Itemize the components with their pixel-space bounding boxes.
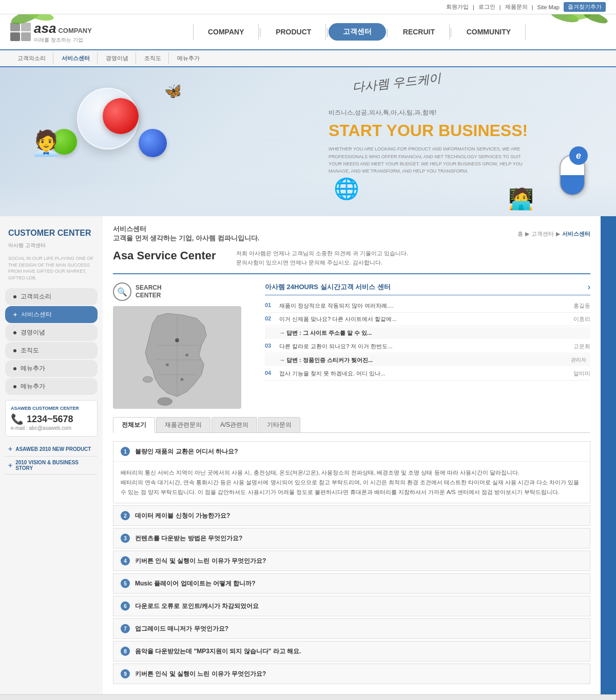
sidebar-item-6[interactable]: 메뉴추가 xyxy=(5,378,98,395)
svg-point-12 xyxy=(185,354,188,357)
faq-side-item-2: 02 이거 신제품 맞나요? 다른 사이트에서 할같에... 이효리 xyxy=(265,313,590,326)
faq-list-header-5[interactable]: 5 Music 플레이어 업데이트는 어떻게 합니까? xyxy=(113,574,590,593)
faq-list-header-1[interactable]: 1 불량인 재품의 교환은 어디서 하나요? xyxy=(113,442,590,461)
nav-community[interactable]: COMMUNITY xyxy=(452,24,526,40)
faq-question-5: Music 플레이어 업데이트는 어떻게 합니까? xyxy=(135,579,256,588)
topbar-link-3[interactable]: 제품문의 xyxy=(505,3,528,11)
faq-list-item-5: 5 Music 플레이어 업데이트는 어떻게 합니까? xyxy=(113,573,590,594)
nav-product[interactable]: PRODUCT xyxy=(261,24,326,40)
sidebar-phone: 1234~5678 xyxy=(27,414,73,425)
faq-q-1[interactable]: 재품이 정상적으로 작동되지 않아 여러차례.... xyxy=(279,302,566,310)
main-nav: COMPANY | PRODUCT | 고객센터 | RECRUIT | COM… xyxy=(113,23,606,41)
favorites-btn[interactable]: 즐겨찾기추가 xyxy=(564,2,606,12)
faq-num-4: 04 xyxy=(265,370,275,377)
nav-company[interactable]: COMPANY xyxy=(193,24,259,40)
faq-side-item-3: 03 다른 칼라로 교환이 되나요? 저 이거 한번도... 고운희 xyxy=(265,340,590,353)
faq-q-4[interactable]: 접사 기능을 찾지 못 하겠네요. 어디 있나... xyxy=(279,370,566,377)
sidebar-item-4[interactable]: 조직도 xyxy=(5,342,98,359)
faq-side-arrow[interactable]: › xyxy=(588,282,590,292)
dot-icon-3 xyxy=(13,331,16,334)
topbar-link-4[interactable]: Site Map xyxy=(537,4,560,10)
sidebar-item-1[interactable]: 고객의소리 xyxy=(5,288,98,305)
person-left: 🧑‍💼 xyxy=(31,129,62,158)
top-bar: 회원가입 | 로그인 | 제품문의 | Site Map 즐겨찾기추가 xyxy=(0,0,616,14)
faq-list-item-7: 7 업그레이드 매니저가 무엇인가요? xyxy=(113,618,590,639)
tab-all[interactable]: 전체보기 xyxy=(113,417,155,433)
plus-icon-promo-2: + xyxy=(8,461,12,469)
magnifier-icon: 🔍 xyxy=(117,287,127,297)
breadcrumb-bar: 서비스센터 고객을 먼저 생각하는 기업, 아사렘 컴파니입니다. 홈 ▶ 고객… xyxy=(113,224,590,243)
logo-brand: asa xyxy=(34,21,56,36)
sub-nav-item-1[interactable]: 고객의소리 xyxy=(10,52,53,64)
faq-list-header-7[interactable]: 7 업그레이드 매니저가 무엇인가요? xyxy=(113,619,590,638)
sub-nav-item-4[interactable]: 조직도 xyxy=(137,52,169,64)
faq-question-9: 키버튼 인식 및 실행이 느린 이유가 무엇인가요? xyxy=(135,670,266,678)
faq-q-3[interactable]: 다른 칼라로 교환이 되나요? 저 이거 한번도... xyxy=(279,343,566,350)
faq-badge-6: 6 xyxy=(121,601,130,611)
sidebar-label-1: 고객의소리 xyxy=(21,292,51,301)
svg-point-5 xyxy=(158,398,172,405)
sidebar-label-5: 메뉴추가 xyxy=(21,364,45,373)
topbar-link-1[interactable]: 회원가입 xyxy=(446,3,469,11)
breadcrumb: 홈 ▶ 고객센터 ▶ 서비스센터 xyxy=(517,230,590,238)
tabs: 전체보기 재품관련문의 A/S관련의 기타문의 xyxy=(113,417,590,433)
faq-list: 1 불량인 재품의 교환은 어디서 하나요? 배터리의 통신 서비스 지역이 아… xyxy=(113,441,590,684)
faq-author-4: 알미미 xyxy=(570,370,590,377)
search-center-icon: 🔍 xyxy=(113,282,131,301)
sidebar-item-3[interactable]: 경영이념 xyxy=(5,324,98,341)
breadcrumb-home[interactable]: 홈 xyxy=(517,230,523,238)
sidebar-promo-2[interactable]: + 2010 VISION & BUSINESS STORY xyxy=(5,457,98,475)
plus-icon-2: + xyxy=(13,311,17,318)
sub-nav-item-2[interactable]: 서비스센터 xyxy=(54,52,98,64)
e-icon: e xyxy=(569,146,588,165)
sidebar-promo-label-2: 2010 VISION & BUSINESS STORY xyxy=(15,460,94,471)
faq-answer-3: → 답변 : 정품인증 스티커가 찢어진... 관리자 xyxy=(265,354,590,366)
sidebar-item-5[interactable]: 메뉴추가 xyxy=(5,360,98,377)
faq-list-header-3[interactable]: 3 컨텐츠를 다운받는 방법은 무엇인가요? xyxy=(113,528,590,548)
svg-point-14 xyxy=(181,378,184,381)
faq-list-header-9[interactable]: 9 키버튼 인식 및 실행이 느린 이유가 무엇인가요? xyxy=(113,664,590,684)
main-container: CUSTOMER CENTER 아사렘 고객센터 SOCIAL IN OUR L… xyxy=(0,216,616,694)
hero-desc: WHETHER YOU ARE LOOKING FOR PRODUCT AND … xyxy=(329,145,524,175)
faq-num-3: 03 xyxy=(265,343,275,350)
sub-nav-item-3[interactable]: 경영이념 xyxy=(99,52,136,64)
service-header: Asa Service Center 저희 아사렘은 언제나 고객님의 소중한 … xyxy=(113,249,590,274)
sidebar-item-2[interactable]: + 서비스센터 xyxy=(5,306,98,323)
nav-customer[interactable]: 고객센터 xyxy=(329,23,386,41)
breadcrumb-level1[interactable]: 고객센터 xyxy=(531,230,554,238)
hero-section: 다사렘 우드케이 🦋 🧑‍💼 🌐 비즈니스,성공,의사,특,아,사,팀,과,함께… xyxy=(0,67,616,216)
dot-icon-4 xyxy=(13,349,16,352)
faq-question-7: 업그레이드 매니저가 무엇인가요? xyxy=(135,625,228,633)
tab-product[interactable]: 재품관련문의 xyxy=(156,417,210,432)
sidebar-promo-1[interactable]: + ASAWEB 2010 NEW PRODUCT xyxy=(5,442,98,457)
footer-links: 회사소개 | 이용약관 | 온라인 문의 | 전화상담 안내 | 오시는 길 F… xyxy=(0,694,616,700)
faq-list-item-4: 4 키버튼 인식 및 실행이 느린 이유가 무엇인가요? xyxy=(113,551,590,571)
middle-section: 🔍 SEARCH CENTER xyxy=(113,282,590,409)
faq-q-2[interactable]: 이거 신제품 맞나요? 다른 사이트에서 할같에... xyxy=(279,315,566,323)
sub-nav: 고객의소리 서비스센터 경영이념 조직도 메뉴추가 xyxy=(0,50,616,67)
faq-list-header-6[interactable]: 6 다운로드 오류로 포인트/캐시가 차감되었어요 xyxy=(113,596,590,616)
map-svg xyxy=(113,306,241,409)
sub-nav-item-5[interactable]: 메뉴추가 xyxy=(170,52,207,64)
tab-as[interactable]: A/S관련의 xyxy=(211,417,257,432)
faq-list-header-4[interactable]: 4 키버튼 인식 및 실행이 느린 이유가 무엇인가요? xyxy=(113,551,590,571)
logo[interactable]: asa COMPANY 미래를 창조하는 기업 xyxy=(10,21,113,44)
section-subtitle: 고객을 먼저 생각하는 기업, 아사렘 컴파니입니다. xyxy=(113,234,259,243)
faq-body-1: 배터리의 통신 서비스 지역이 아닌 곳에서의 사용 시, 충전상태, 온도(저… xyxy=(113,461,590,503)
tab-other[interactable]: 기타문의 xyxy=(258,417,300,432)
logo-icon xyxy=(10,23,31,41)
hero-tagline-kr: 비즈니스,성공,의사,특,아,사,팀,과,함께! xyxy=(329,108,595,117)
sidebar-promos: + ASAWEB 2010 NEW PRODUCT + 2010 VISION … xyxy=(5,442,98,475)
hero-title: START YOUR BUSINESS! xyxy=(329,121,595,140)
sidebar-subtitle: 아사렘 고객센터 xyxy=(0,242,103,255)
faq-question-4: 키버튼 인식 및 실행이 느린 이유가 무엇인가요? xyxy=(135,557,266,565)
phone-icon: 📞 xyxy=(11,413,24,425)
faq-list-header-2[interactable]: 2 데이터 케이블 신청이 가능한가요? xyxy=(113,506,590,525)
breadcrumb-current: 서비스센터 xyxy=(562,230,590,238)
topbar-link-2[interactable]: 로그인 xyxy=(478,3,495,11)
butterfly-decoration: 🦋 xyxy=(163,81,183,101)
faq-list-item-8: 8 음악을 다운받았는데 "MP3지원이 되지 않습니다" 라고 해요. xyxy=(113,641,590,661)
sidebar-contact-title: ASAWEB CUSTOMER CENTER xyxy=(11,406,92,411)
nav-recruit[interactable]: RECRUIT xyxy=(389,24,450,40)
faq-list-header-8[interactable]: 8 음악을 다운받았는데 "MP3지원이 되지 않습니다" 라고 해요. xyxy=(113,641,590,661)
